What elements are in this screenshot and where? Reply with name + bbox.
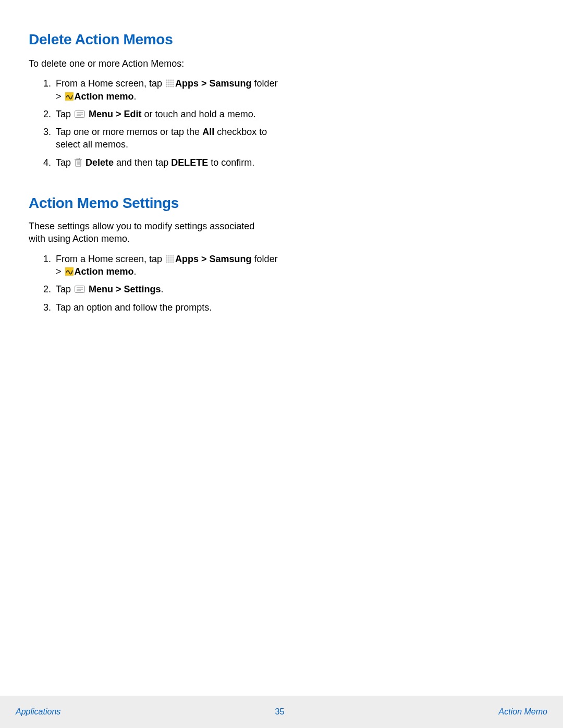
step-1: From a Home screen, tap Apps > Samsung f… — [54, 253, 284, 278]
text: From a Home screen, tap — [56, 254, 165, 264]
svg-point-34 — [166, 259, 168, 261]
text-bold: Action memo — [75, 266, 134, 277]
svg-point-26 — [166, 255, 168, 256]
heading-delete-action-memos: Delete Action Memos — [29, 31, 534, 48]
apps-icon — [166, 254, 174, 262]
svg-point-0 — [166, 80, 168, 81]
text: . — [134, 266, 137, 277]
steps-delete: From a Home screen, tap Apps > Samsung f… — [29, 77, 284, 169]
text: Tap — [56, 157, 74, 168]
svg-point-41 — [173, 261, 174, 263]
text-bold: Apps > Samsung — [175, 78, 252, 89]
text-bold: DELETE — [171, 157, 208, 168]
svg-point-8 — [166, 84, 168, 85]
intro-settings: These settings allow you to modify setti… — [29, 220, 268, 245]
footer-right: Action Memo — [499, 707, 547, 717]
svg-point-15 — [173, 86, 174, 88]
svg-point-12 — [166, 86, 168, 88]
text-bold: Menu > Edit — [86, 109, 142, 119]
intro-delete: To delete one or more Action Memos: — [29, 57, 534, 70]
text: or touch and hold a memo. — [142, 109, 256, 119]
svg-rect-22 — [77, 158, 80, 159]
svg-point-11 — [173, 84, 174, 85]
trash-icon — [75, 157, 82, 166]
svg-point-32 — [170, 257, 172, 258]
svg-point-4 — [166, 82, 168, 83]
page-footer: Applications 35 Action Memo — [0, 696, 563, 728]
svg-point-5 — [168, 82, 170, 83]
steps-settings: From a Home screen, tap Apps > Samsung f… — [29, 253, 284, 314]
text: Tap one or more memos or tap the — [56, 127, 202, 137]
text: and then tap — [114, 157, 171, 168]
text-bold: Delete — [83, 157, 114, 168]
page-number: 35 — [275, 707, 285, 717]
svg-point-10 — [170, 84, 172, 85]
svg-point-13 — [168, 86, 170, 88]
action-memo-icon — [65, 267, 74, 276]
step-4: Tap Delete and then tap DELETE to confir… — [54, 156, 284, 169]
step-3: Tap one or more memos or tap the All che… — [54, 126, 284, 151]
svg-point-39 — [168, 261, 170, 263]
footer-left: Applications — [16, 707, 60, 717]
svg-point-27 — [168, 255, 170, 256]
apps-icon — [166, 78, 174, 87]
menu-icon — [75, 283, 85, 291]
svg-point-35 — [168, 259, 170, 261]
heading-action-memo-settings: Action Memo Settings — [29, 195, 534, 212]
svg-point-6 — [170, 82, 172, 83]
svg-point-31 — [168, 257, 170, 258]
text: . — [134, 91, 137, 102]
svg-point-29 — [173, 255, 174, 256]
svg-point-3 — [173, 80, 174, 81]
step-3: Tap an option and follow the prompts. — [54, 301, 284, 314]
step-2: Tap Menu > Edit or touch and hold a memo… — [54, 108, 284, 120]
svg-point-36 — [170, 259, 172, 261]
text-bold: Menu > Settings — [86, 284, 161, 294]
text: Tap — [56, 284, 74, 294]
svg-point-7 — [173, 82, 174, 83]
text-bold: All — [202, 127, 214, 137]
step-1: From a Home screen, tap Apps > Samsung f… — [54, 77, 284, 103]
svg-point-33 — [173, 257, 174, 258]
text: to confirm. — [208, 157, 254, 168]
svg-point-1 — [168, 80, 170, 81]
menu-icon — [75, 108, 85, 116]
svg-point-38 — [166, 261, 168, 263]
text: Tap — [56, 109, 74, 119]
svg-point-28 — [170, 255, 172, 256]
action-memo-icon — [65, 92, 74, 101]
svg-point-37 — [173, 259, 174, 261]
step-2: Tap Menu > Settings. — [54, 283, 284, 295]
svg-point-40 — [170, 261, 172, 263]
text-bold: Action memo — [75, 91, 134, 102]
svg-point-14 — [170, 86, 172, 88]
text: . — [161, 284, 164, 294]
text-bold: Apps > Samsung — [175, 254, 252, 264]
svg-point-9 — [168, 84, 170, 85]
svg-point-30 — [166, 257, 168, 258]
text: From a Home screen, tap — [56, 78, 165, 89]
svg-point-2 — [170, 80, 172, 81]
